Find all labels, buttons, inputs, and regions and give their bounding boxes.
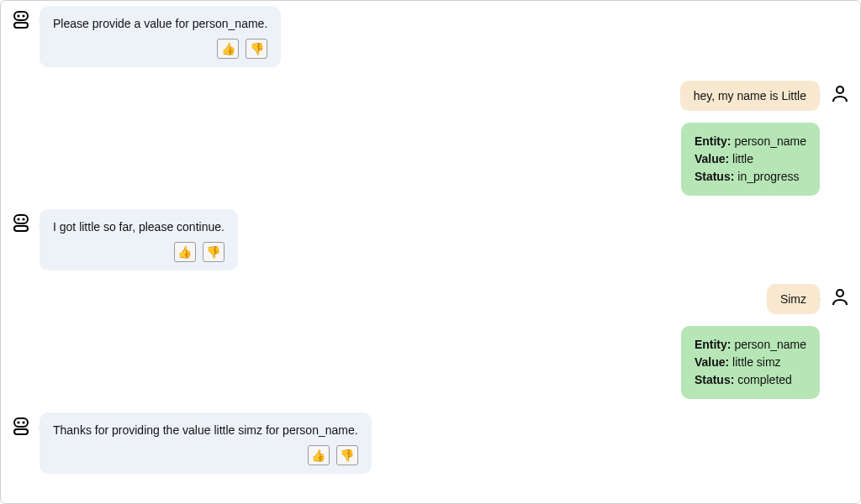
svg-point-7 [22,218,24,220]
thumbs-down-icon: 👎 [340,449,354,461]
svg-point-9 [837,290,843,297]
value-value: little simz [732,355,781,369]
thumbs-up-icon: 👍 [311,449,325,461]
user-bubble: hey, my name is Little [680,81,820,111]
thumbs-down-button[interactable]: 👎 [336,445,358,465]
bot-message-row: Thanks for providing the value little si… [9,412,852,474]
bot-avatar [9,6,33,29]
user-stack: hey, my name is Little Entity: person_na… [680,81,852,196]
status-label: Status: [695,373,734,386]
bot-bubble: Thanks for providing the value little si… [40,412,372,474]
user-avatar [828,284,852,307]
entity-row: Entity: person_name [695,133,806,150]
bot-text: I got little so far, please continue. [53,219,224,235]
svg-point-6 [17,218,19,220]
svg-rect-13 [14,429,28,434]
bot-icon [11,213,31,233]
svg-rect-10 [14,418,28,427]
status-value: in_progress [737,170,799,183]
bot-avatar [9,209,33,233]
thumbs-down-icon: 👎 [206,246,220,258]
thumbs-up-button[interactable]: 👍 [217,39,239,59]
svg-rect-3 [14,23,28,28]
entity-label: Entity: [695,338,732,351]
entity-card: Entity: person_name Value: little simz S… [681,326,820,399]
entity-card: Entity: person_name Value: little Status… [681,123,820,196]
user-line: hey, my name is Little [680,81,852,111]
bot-bubble: I got little so far, please continue. 👍 … [40,209,238,270]
svg-rect-8 [14,226,28,231]
feedback-bar: 👍 👎 [53,242,224,262]
status-value: completed [737,373,792,386]
feedback-bar: 👍 👎 [53,445,358,465]
user-block: hey, my name is Little Entity: person_na… [9,81,852,196]
svg-point-1 [17,14,19,17]
value-label: Value: [695,355,729,369]
thumbs-down-button[interactable]: 👎 [203,242,224,262]
user-line: Simz [767,284,852,314]
entity-label: Entity: [695,134,732,148]
bot-icon [11,9,31,29]
user-text: hey, my name is Little [694,89,806,102]
bot-text: Thanks for providing the value little si… [53,423,358,438]
user-avatar [828,81,852,104]
svg-point-12 [22,421,24,423]
svg-point-11 [17,421,19,423]
bot-message-row: I got little so far, please continue. 👍 … [9,209,852,270]
entity-row: Entity: person_name [695,336,806,354]
feedback-bar: 👍 👎 [53,39,267,59]
person-icon [830,287,850,307]
thumbs-down-icon: 👎 [250,43,264,55]
status-label: Status: [695,170,734,183]
status-row: Status: completed [695,371,806,389]
user-bubble: Simz [767,284,820,314]
entity-value: person_name [734,134,806,148]
thumbs-down-button[interactable]: 👎 [246,39,267,59]
thumbs-up-button[interactable]: 👍 [308,445,330,465]
svg-rect-0 [14,12,28,20]
bot-bubble: Please provide a value for person_name. … [40,6,281,67]
bot-avatar [9,412,33,436]
chat-frame: Please provide a value for person_name. … [0,0,861,504]
svg-point-4 [837,87,843,93]
bot-message-row: Please provide a value for person_name. … [9,6,852,67]
value-row: Value: little [695,150,806,168]
person-icon [830,84,850,104]
svg-point-2 [22,14,24,17]
user-text: Simz [780,292,806,306]
status-row: Status: in_progress [695,168,806,186]
thumbs-up-icon: 👍 [177,246,192,258]
user-stack: Simz Entity: person_name Value: little s… [681,284,852,399]
value-label: Value: [695,152,729,165]
value-value: little [732,152,753,165]
user-block: Simz Entity: person_name Value: little s… [9,284,852,399]
bot-icon [11,416,31,436]
thumbs-up-icon: 👍 [221,43,235,55]
entity-value: person_name [734,338,806,351]
svg-rect-5 [14,215,28,223]
thumbs-up-button[interactable]: 👍 [174,242,196,262]
bot-text: Please provide a value for person_name. [53,16,267,32]
value-row: Value: little simz [695,354,806,371]
